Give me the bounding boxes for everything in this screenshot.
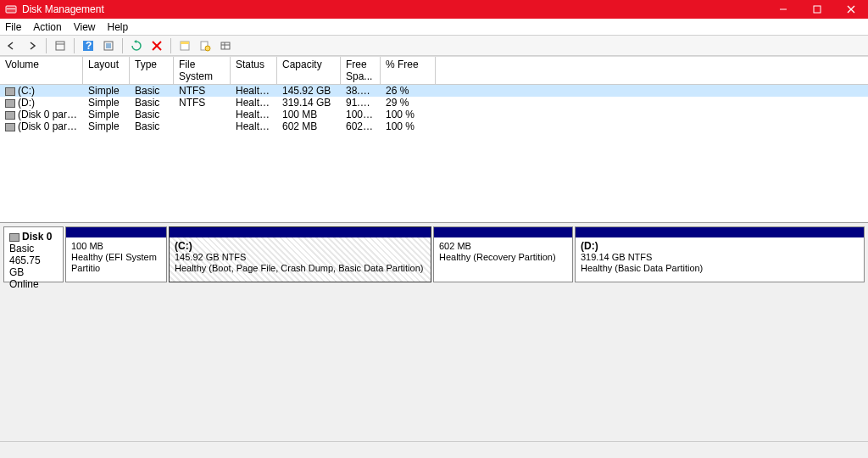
volume-row[interactable]: (C:)SimpleBasicNTFSHealthy (B...145.92 G… [0, 85, 868, 97]
svg-rect-18 [221, 42, 230, 49]
col-pctfree[interactable]: % Free [381, 57, 436, 84]
toolbar: ? [0, 36, 868, 56]
col-type[interactable]: Type [130, 57, 174, 84]
volume-row[interactable]: (Disk 0 partition 1)SimpleBasicHealthy (… [0, 109, 868, 120]
col-volume[interactable]: Volume [0, 57, 83, 84]
partition[interactable]: (D:)319.14 GB NTFSHealthy (Basic Data Pa… [575, 226, 865, 282]
column-headers: Volume Layout Type File System Status Ca… [0, 56, 868, 85]
col-layout[interactable]: Layout [83, 57, 130, 84]
settings-icon[interactable] [100, 37, 117, 54]
delete-icon[interactable] [148, 37, 165, 54]
show-hide-icon[interactable] [52, 37, 69, 54]
refresh-icon[interactable] [128, 37, 145, 54]
forward-button[interactable] [24, 37, 41, 54]
volume-list: Volume Layout Type File System Status Ca… [0, 56, 868, 223]
window-title: Disk Management [22, 3, 104, 15]
col-freespace[interactable]: Free Spa... [341, 57, 381, 84]
partition-bar [66, 227, 166, 237]
col-capacity[interactable]: Capacity [277, 57, 341, 84]
partition[interactable]: 602 MBHealthy (Recovery Partition) [433, 226, 573, 282]
drive-icon [5, 87, 15, 96]
svg-point-17 [205, 46, 210, 51]
volume-row[interactable]: (Disk 0 partition 4)SimpleBasicHealthy (… [0, 120, 868, 132]
partition-bar [576, 227, 864, 237]
partition[interactable]: (C:)145.92 GB NTFSHealthy (Boot, Page Fi… [169, 226, 431, 282]
menubar: File Action View Help [0, 19, 868, 36]
statusbar [0, 441, 868, 458]
maximize-button[interactable] [800, 0, 834, 19]
action-icon[interactable] [197, 37, 214, 54]
titlebar: Disk Management [0, 0, 868, 19]
partition-bar [170, 227, 431, 237]
svg-text:?: ? [86, 40, 92, 52]
svg-rect-15 [181, 42, 189, 44]
disk-row: Disk 0 Basic 465.75 GB Online 100 MBHeal… [3, 226, 865, 282]
svg-rect-11 [106, 43, 111, 48]
drive-icon [5, 123, 15, 131]
menu-view[interactable]: View [74, 21, 96, 33]
list-icon[interactable] [217, 37, 234, 54]
back-button[interactable] [3, 37, 20, 54]
graphical-view: Disk 0 Basic 465.75 GB Online 100 MBHeal… [0, 223, 868, 452]
svg-rect-6 [56, 42, 64, 50]
close-button[interactable] [834, 0, 868, 19]
volume-row[interactable]: (D:)SimpleBasicNTFSHealthy (B...319.14 G… [0, 97, 868, 109]
help-icon[interactable]: ? [80, 37, 97, 54]
menu-file[interactable]: File [5, 21, 21, 33]
minimize-button[interactable] [766, 0, 800, 19]
col-status[interactable]: Status [231, 57, 277, 84]
svg-rect-3 [814, 6, 821, 13]
drive-icon [5, 111, 15, 120]
svg-rect-1 [7, 8, 15, 9]
disk-info[interactable]: Disk 0 Basic 465.75 GB Online [3, 226, 64, 282]
disk-icon [9, 233, 19, 242]
disk-status: Online [9, 278, 39, 290]
menu-help[interactable]: Help [108, 21, 129, 33]
properties-icon[interactable] [176, 37, 193, 54]
partition[interactable]: 100 MBHealthy (EFI System Partitio [65, 226, 167, 282]
app-icon [5, 3, 17, 15]
menu-action[interactable]: Action [33, 21, 61, 33]
partition-bar [434, 227, 572, 237]
disk-type: Basic [9, 243, 34, 254]
disk-name: Disk 0 [22, 231, 52, 243]
col-filesystem[interactable]: File System [174, 57, 231, 84]
disk-size: 465.75 GB [9, 254, 41, 278]
drive-icon [5, 99, 15, 108]
